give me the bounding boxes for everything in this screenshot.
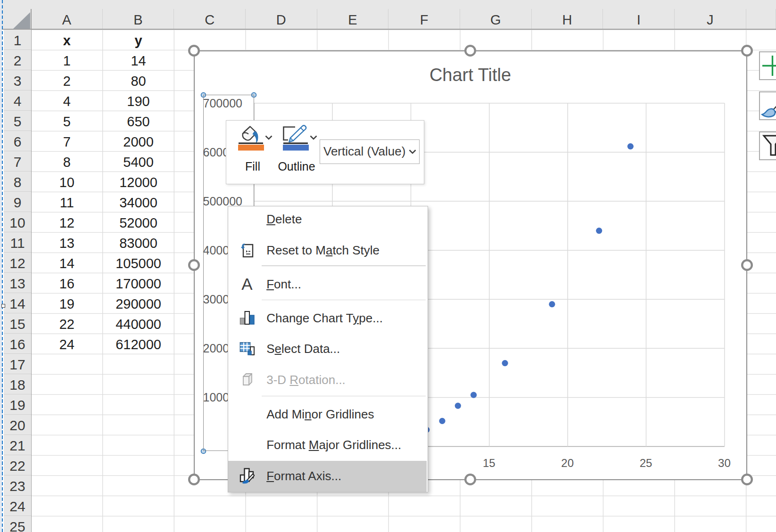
svg-text:A: A <box>241 276 253 293</box>
